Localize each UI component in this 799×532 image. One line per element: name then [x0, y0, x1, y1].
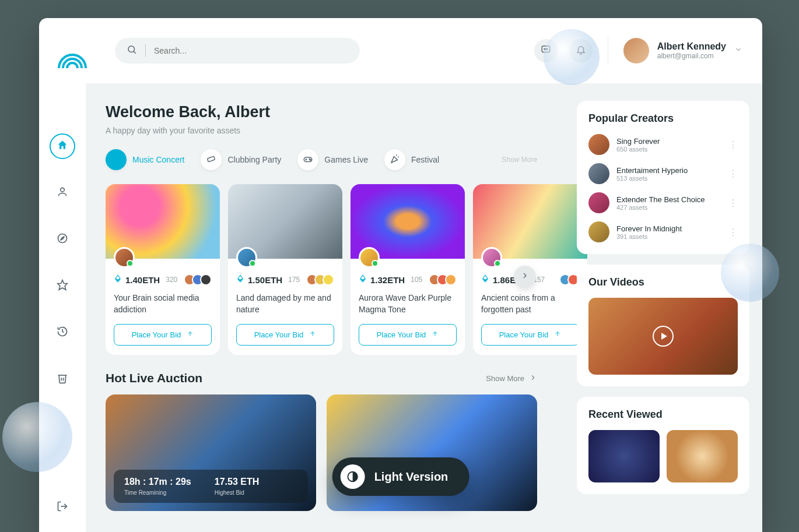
- owner-avatar: [114, 247, 135, 268]
- svg-marker-8: [61, 237, 65, 241]
- tab-label: Clubbing Party: [227, 155, 281, 164]
- recent-heading: Recent Viewed: [588, 408, 738, 421]
- svg-point-5: [546, 49, 548, 50]
- auction-show-more[interactable]: Show More: [486, 374, 537, 383]
- play-icon[interactable]: [653, 326, 674, 347]
- eth-icon: [114, 274, 122, 285]
- sidebar-item-explore[interactable]: [50, 227, 75, 252]
- bidder-avatars: [310, 274, 334, 286]
- video-thumbnail[interactable]: [588, 298, 738, 375]
- popular-creators-panel: Popular Creators Sing Forever650 assets⋮…: [577, 101, 749, 254]
- logout-icon: [57, 501, 68, 515]
- count: 320: [166, 276, 177, 284]
- message-icon: [541, 44, 551, 57]
- highest-bid-value: 17.53 ETH: [215, 477, 259, 487]
- sidebar: [39, 83, 86, 532]
- recent-thumb[interactable]: [667, 430, 738, 482]
- creator-avatar: [588, 163, 609, 184]
- card-image: [228, 184, 342, 259]
- svg-point-3: [544, 49, 545, 50]
- eth-icon: [481, 274, 489, 285]
- svg-rect-13: [208, 156, 215, 162]
- star-icon: [57, 279, 68, 293]
- search-input[interactable]: [154, 46, 348, 55]
- place-bid-button[interactable]: Place Your Bid: [236, 324, 334, 346]
- tab-clubbing-party[interactable]: Clubbing Party: [201, 149, 281, 170]
- card-title: Your Brain social media addiction: [114, 293, 212, 316]
- card-image: [106, 184, 220, 259]
- svg-line-1: [134, 51, 136, 54]
- creators-heading: Popular Creators: [588, 112, 738, 125]
- creator-row[interactable]: Sing Forever650 assets⋮: [588, 134, 738, 155]
- card-image: [351, 184, 465, 259]
- asset-card[interactable]: 1.50ETH175 Land damaged by me and nature…: [228, 184, 342, 355]
- sidebar-item-favorites[interactable]: [50, 273, 75, 299]
- categories-show-more[interactable]: Show More: [502, 156, 537, 164]
- asset-card[interactable]: 1.32ETH105 Aurora Wave Dark Purple Magma…: [351, 184, 465, 355]
- place-bid-button[interactable]: Place Your Bid: [114, 324, 212, 346]
- recent-thumb[interactable]: [588, 430, 660, 482]
- auction-card[interactable]: 18h : 17m : 29sTime Reamining 17.53 ETHH…: [106, 394, 316, 511]
- chevron-right-icon: [529, 374, 537, 383]
- creator-avatar: [588, 192, 609, 213]
- theme-toggle[interactable]: Light Version: [332, 457, 469, 496]
- card-title: Ancient coins from a forgotten past: [481, 293, 579, 316]
- bidder-avatars: [187, 274, 212, 286]
- eth-icon: [359, 274, 367, 285]
- svg-line-20: [398, 156, 399, 157]
- creator-assets: 391 assets: [616, 233, 682, 240]
- creator-avatar: [588, 134, 609, 155]
- tab-music-concert[interactable]: Music Concert: [106, 149, 184, 170]
- card-title: Aurora Wave Dark Purple Magma Tone: [359, 293, 457, 316]
- tab-label: Games Live: [324, 155, 368, 164]
- sidebar-item-history[interactable]: [50, 320, 75, 346]
- creator-row[interactable]: Entertaiment Hyperio513 assets⋮: [588, 163, 738, 184]
- app-logo: [57, 47, 88, 73]
- app-window: Albert Kennedy albert@gmail.com Welcome …: [39, 18, 762, 532]
- creator-row[interactable]: Forever In Midnight391 assets⋮: [588, 221, 738, 242]
- more-vertical-icon[interactable]: ⋮: [728, 168, 738, 179]
- gamepad-icon: [303, 154, 313, 166]
- online-dot-icon: [372, 260, 379, 267]
- more-vertical-icon[interactable]: ⋮: [728, 198, 738, 209]
- creator-row[interactable]: Extender The Best Choice427 assets⋮: [588, 192, 738, 213]
- sidebar-item-trash[interactable]: [50, 367, 75, 392]
- eth-icon: [236, 274, 244, 285]
- sidebar-item-profile[interactable]: [50, 180, 75, 206]
- sidebar-item-logout[interactable]: [50, 495, 75, 520]
- card-row: 1.40ETH320 Your Brain social media addic…: [106, 184, 537, 355]
- tab-festival[interactable]: Festival: [384, 149, 439, 170]
- count: 175: [288, 276, 300, 284]
- place-bid-button[interactable]: Place Your Bid: [481, 324, 579, 346]
- svg-point-4: [545, 49, 546, 50]
- notifications-button[interactable]: [569, 39, 593, 62]
- tab-games-live[interactable]: Games Live: [297, 149, 368, 170]
- online-dot-icon: [127, 260, 134, 267]
- owner-avatar: [481, 247, 502, 268]
- carousel-next-button[interactable]: [514, 266, 536, 288]
- asset-card[interactable]: 1.40ETH320 Your Brain social media addic…: [106, 184, 220, 355]
- tab-label: Music Concert: [132, 155, 184, 164]
- videos-heading: Our Videos: [588, 276, 738, 288]
- price: 1.50ETH: [248, 275, 282, 285]
- sidebar-item-home[interactable]: [50, 133, 75, 159]
- creator-name: Sing Forever: [616, 137, 660, 146]
- creator-assets: 650 assets: [616, 146, 660, 153]
- contrast-icon: [341, 464, 365, 489]
- tab-label: Festival: [411, 155, 439, 164]
- search-box[interactable]: [115, 38, 360, 64]
- messages-button[interactable]: [534, 39, 558, 62]
- svg-point-18: [310, 159, 311, 160]
- auction-row: 18h : 17m : 29sTime Reamining 17.53 ETHH…: [106, 394, 537, 511]
- online-dot-icon: [249, 260, 256, 267]
- arrow-up-icon: [554, 330, 561, 339]
- recent-panel: Recent Viewed: [577, 397, 749, 494]
- time-remaining-value: 18h : 17m : 29s: [124, 477, 191, 487]
- more-vertical-icon[interactable]: ⋮: [728, 227, 738, 238]
- user-avatar: [623, 38, 649, 64]
- user-name: Albert Kennedy: [657, 41, 726, 52]
- more-vertical-icon[interactable]: ⋮: [728, 139, 738, 150]
- user-menu[interactable]: Albert Kennedy albert@gmail.com: [623, 38, 742, 64]
- place-bid-button[interactable]: Place Your Bid: [359, 324, 457, 346]
- time-label: Time Reamining: [124, 489, 191, 496]
